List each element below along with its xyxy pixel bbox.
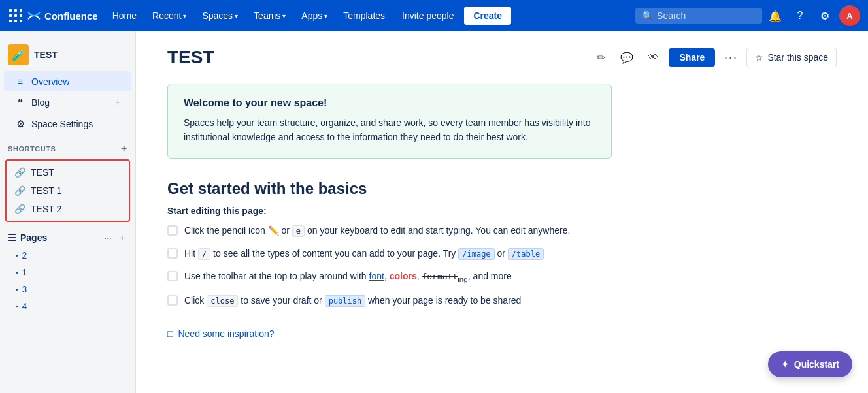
svg-rect-4 [14,14,17,17]
shortcuts-box: 🔗 TEST 🔗 TEST 1 🔗 TEST 2 [5,159,130,222]
bullet-icon: • [16,286,18,293]
checklist: Click the pencil icon ✏️ or e on your ke… [167,224,625,307]
checkbox-3[interactable] [167,271,178,281]
get-started-heading: Get started with the basics [167,180,837,198]
page-tree-item-2[interactable]: • 2 [0,247,135,264]
search-bar[interactable]: 🔍 Search [635,8,762,24]
add-blog-icon[interactable]: + [115,97,121,108]
checklist-text-1: Click the pencil icon ✏️ or e on your ke… [184,224,570,238]
add-page-button[interactable]: + [117,231,127,244]
space-header[interactable]: 🧪 TEST [0,39,135,71]
watch-button[interactable]: 👁 [643,47,663,68]
page-actions: ✏ 💬 👁 Share ··· ☆ Star this space [590,47,837,68]
sidebar-item-space-settings[interactable]: ⚙ Space Settings [4,114,131,134]
page-title: TEST [167,47,214,68]
quickstart-icon: ✦ [781,359,789,369]
link-icon: 🔗 [14,185,25,196]
colors-text: colors [390,271,417,281]
svg-rect-2 [20,9,22,12]
need-inspiration[interactable]: □ Need some inspiration? [167,328,837,339]
get-started-subheading: Start editing this page: [167,206,837,216]
shortcut-item-test2[interactable]: 🔗 TEST 2 [7,200,129,218]
code-publish: publish [325,295,366,307]
help-icon[interactable]: ? [790,5,810,26]
checklist-item-1: Click the pencil icon ✏️ or e on your ke… [167,224,625,238]
shortcuts-header: SHORTCUTS + [0,140,135,157]
checkbox-4[interactable] [167,295,178,306]
page-header: TEST ✏ 💬 👁 Share ··· ☆ Star this space [167,47,837,68]
welcome-title: Welcome to your new space! [184,97,595,109]
bullet-icon: • [16,303,18,310]
pages-more-button[interactable]: ··· [101,231,114,244]
nav-home[interactable]: Home [106,7,143,25]
shortcut-label: TEST 1 [31,185,61,196]
star-space-button[interactable]: ☆ Star this space [746,48,837,67]
sidebar-item-label: Overview [31,76,69,87]
sidebar-item-overview[interactable]: ≡ Overview [4,71,131,91]
star-icon: ☆ [755,52,763,63]
svg-rect-5 [20,14,22,17]
bullet-icon: • [16,252,18,259]
quickstart-label: Quickstart [794,359,839,369]
nav-spaces[interactable]: Spaces ▾ [195,7,244,25]
pages-section: ☰ Pages ··· + • 2 • 1 • 3 • [0,227,135,315]
settings-icon[interactable]: ⚙ [814,5,835,26]
nav-teams[interactable]: Teams ▾ [247,7,292,25]
shortcut-label: TEST 2 [31,204,61,214]
svg-rect-3 [9,14,12,17]
page-tree-item-3[interactable]: • 3 [0,281,135,298]
user-avatar[interactable]: A [839,5,860,26]
notifications-icon[interactable]: 🔔 [765,5,786,26]
page-layout: 🧪 TEST ≡ Overview ❝ Blog + ⚙ Space Setti… [0,31,868,393]
sidebar-item-blog[interactable]: ❝ Blog + [4,92,131,113]
edit-button[interactable]: ✏ [590,47,611,68]
checkbox-1[interactable] [167,225,178,236]
code-slash: / [198,248,210,260]
shortcuts-section: SHORTCUTS + 🔗 TEST 🔗 TEST 1 🔗 TEST 2 [0,140,135,222]
svg-rect-6 [9,20,12,22]
shortcut-item-test1[interactable]: 🔗 TEST 1 [7,181,129,200]
font-link[interactable]: font [369,271,384,281]
settings-icon: ⚙ [14,118,26,130]
star-label: Star this space [767,52,828,63]
welcome-box: Welcome to your new space! Spaces help y… [167,84,612,159]
svg-rect-7 [14,20,17,22]
page-tree-item-4[interactable]: • 4 [0,298,135,315]
share-button[interactable]: Share [669,48,715,67]
pages-actions: ··· + [101,231,127,244]
nav-icon-group: 🔔 ? ⚙ A [765,5,860,26]
checklist-text-4: Click close to save your draft or publis… [184,294,521,307]
checklist-text-2: Hit / to see all the types of content yo… [184,247,544,260]
svg-rect-1 [14,9,17,12]
create-button[interactable]: Create [464,7,511,25]
confluence-logo[interactable]: Confluence [8,8,98,24]
code-image: /image [458,248,494,260]
checklist-text-3: Use the toolbar at the top to play aroun… [184,270,512,285]
svg-rect-0 [9,9,12,12]
more-options-button[interactable]: ··· [720,47,741,68]
code-e: e [292,225,305,237]
page-tree-item-1[interactable]: • 1 [0,264,135,281]
get-started-section: Get started with the basics Start editin… [167,180,837,307]
nav-apps[interactable]: Apps ▾ [295,7,334,25]
add-shortcut-button[interactable]: + [121,144,127,154]
confluence-brand-icon [27,9,41,22]
checkbox-2[interactable] [167,248,178,259]
chevron-down-icon: ▾ [324,12,327,20]
top-navigation: Confluence Home Recent ▾ Spaces ▾ Teams … [0,0,868,31]
ing-sub: ing [458,275,468,283]
shortcut-item-test[interactable]: 🔗 TEST [7,163,129,181]
sidebar-item-label: Space Settings [31,119,93,129]
comment-button[interactable]: 💬 [616,47,637,68]
search-icon: 🔍 [642,10,653,21]
sidebar-item-label: Blog [31,97,50,108]
nav-recent[interactable]: Recent ▾ [146,7,193,25]
pages-header: ☰ Pages ··· + [0,227,135,247]
nav-templates[interactable]: Templates [337,7,392,25]
chevron-down-icon: ▾ [282,12,286,20]
quickstart-button[interactable]: ✦ Quickstart [768,351,852,377]
invite-people-button[interactable]: Invite people [394,7,461,25]
space-name: TEST [34,50,58,60]
overview-icon: ≡ [14,76,26,87]
checklist-item-4: Click close to save your draft or publis… [167,294,625,307]
